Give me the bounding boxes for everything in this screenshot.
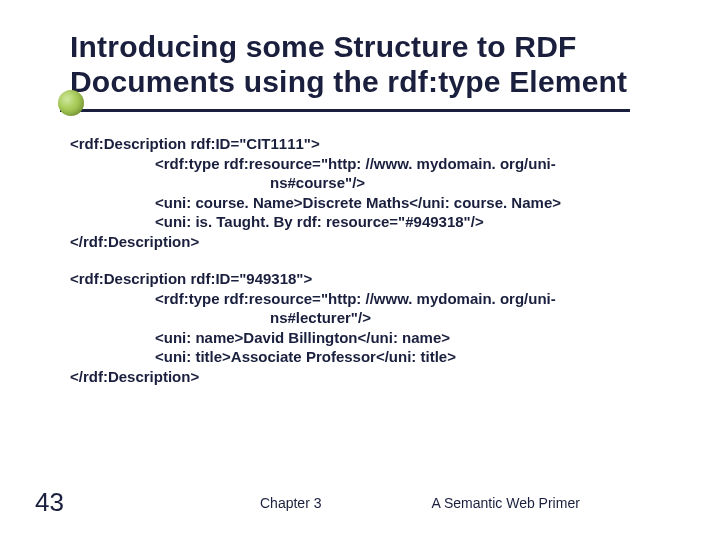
slide-title: Introducing some Structure to RDF Docume… [70, 30, 665, 99]
code-block-2: <rdf:Description rdf:ID="949318"> <rdf:t… [70, 269, 665, 386]
slide-number: 43 [35, 487, 95, 518]
bullet-icon [58, 90, 84, 116]
code-line: <uni: title>Associate Professor</uni: ti… [70, 347, 665, 367]
code-line: ns#lecturer"/> [70, 308, 665, 328]
code-line: <rdf:Description rdf:ID="949318"> [70, 269, 665, 289]
code-line: <rdf:Description rdf:ID="CIT1111"> [70, 134, 665, 154]
code-block-1: <rdf:Description rdf:ID="CIT1111"> <rdf:… [70, 134, 665, 251]
code-line: <rdf:type rdf:resource="http: //www. myd… [70, 289, 665, 309]
code-line: <uni: is. Taught. By rdf: resource="#949… [70, 212, 665, 232]
code-line: <uni: name>David Billington</uni: name> [70, 328, 665, 348]
code-line: ns#course"/> [70, 173, 665, 193]
slide: Introducing some Structure to RDF Docume… [0, 0, 720, 540]
code-line: <rdf:type rdf:resource="http: //www. myd… [70, 154, 665, 174]
title-line-1: Introducing some Structure to RDF [70, 30, 577, 63]
title-underline [60, 109, 630, 112]
code-line: </rdf:Description> [70, 232, 665, 252]
code-line: <uni: course. Name>Discrete Maths</uni: … [70, 193, 665, 213]
footer-center: Chapter 3 [260, 495, 321, 511]
slide-footer: 43 Chapter 3 A Semantic Web Primer [0, 487, 720, 518]
title-line-2: Documents using the rdf:type Element [70, 65, 627, 98]
code-line: </rdf:Description> [70, 367, 665, 387]
footer-right: A Semantic Web Primer [431, 495, 579, 511]
